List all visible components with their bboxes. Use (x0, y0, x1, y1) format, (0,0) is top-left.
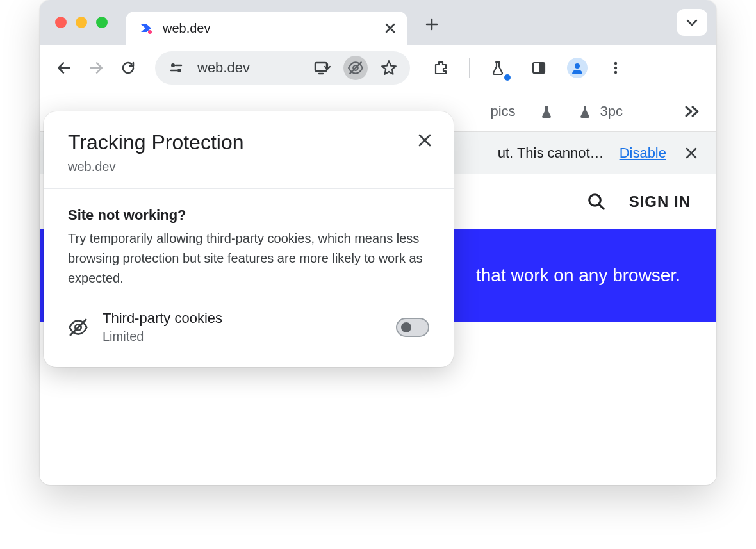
bookmarks-overflow-button[interactable] (684, 104, 701, 119)
site-search-button[interactable] (587, 192, 606, 211)
signin-button[interactable]: SIGN IN (629, 193, 691, 211)
bookmark-item-topics[interactable]: pics (490, 103, 515, 120)
tab-strip: web.dev (40, 0, 716, 45)
tabs-menu-button[interactable] (677, 9, 707, 36)
tracking-protection-popover: Tracking Protection web.dev Site not wor… (44, 111, 454, 367)
traffic-lights (55, 17, 108, 28)
svg-point-0 (148, 30, 152, 34)
infobar-close-button[interactable] (682, 143, 701, 163)
bookmark-label: 3pc (600, 103, 623, 120)
forward-button[interactable] (83, 55, 109, 81)
profile-avatar[interactable] (567, 58, 588, 78)
toolbar-right-icons (428, 55, 629, 81)
popover-section-heading: Site not working? (68, 207, 429, 224)
popover-close-button[interactable] (415, 131, 434, 150)
hero-text: that work on any browser. (476, 265, 680, 286)
svg-point-7 (575, 63, 580, 69)
cookie-row-status: Limited (103, 329, 382, 344)
window-zoom-button[interactable] (96, 17, 108, 28)
bookmark-label: pics (490, 103, 515, 120)
popover-header: Tracking Protection web.dev (44, 111, 454, 189)
browser-tab[interactable]: web.dev (126, 12, 407, 45)
popover-site: web.dev (68, 160, 243, 174)
back-button[interactable] (51, 55, 77, 81)
third-party-cookies-toggle[interactable] (396, 318, 429, 337)
labs-icon[interactable] (485, 55, 511, 81)
third-party-cookies-row: Third-party cookies Limited (68, 310, 429, 344)
site-controls-icon[interactable] (167, 58, 186, 78)
side-panel-icon[interactable] (526, 55, 552, 81)
install-app-icon[interactable] (313, 58, 332, 78)
new-tab-button[interactable] (419, 12, 445, 37)
eye-slash-icon (68, 317, 88, 338)
bookmark-item-flask-1[interactable] (539, 104, 554, 119)
tab-close-button[interactable] (383, 21, 397, 35)
address-bar[interactable]: web.dev (155, 51, 410, 85)
toolbar: web.dev (40, 45, 716, 91)
svg-point-9 (614, 67, 617, 69)
svg-point-10 (614, 71, 617, 74)
bookmark-item-3pc[interactable]: 3pc (577, 103, 623, 120)
window-close-button[interactable] (55, 17, 67, 28)
popover-body: Site not working? Try temporarily allowi… (44, 189, 454, 367)
toggle-knob (401, 322, 411, 332)
tracking-protection-icon[interactable] (343, 56, 368, 80)
window-minimize-button[interactable] (76, 17, 87, 28)
popover-title: Tracking Protection (68, 131, 243, 154)
tab-favicon-icon (138, 20, 154, 36)
infobar-disable-link[interactable]: Disable (620, 145, 666, 161)
svg-point-8 (614, 62, 617, 65)
tab-title: web.dev (163, 21, 374, 36)
url-text: web.dev (197, 60, 301, 76)
svg-rect-6 (539, 63, 545, 73)
infobar-text: ut. This cannot… (498, 145, 604, 161)
svg-point-2 (177, 69, 181, 72)
bookmark-star-icon[interactable] (379, 58, 399, 78)
separator (469, 58, 470, 78)
menu-icon[interactable] (603, 55, 629, 81)
popover-section-body: Try temporarily allowing third-party coo… (68, 229, 429, 288)
extensions-icon[interactable] (428, 55, 454, 81)
reload-button[interactable] (115, 55, 141, 81)
svg-point-1 (171, 63, 175, 67)
cookie-row-label: Third-party cookies (103, 310, 382, 327)
